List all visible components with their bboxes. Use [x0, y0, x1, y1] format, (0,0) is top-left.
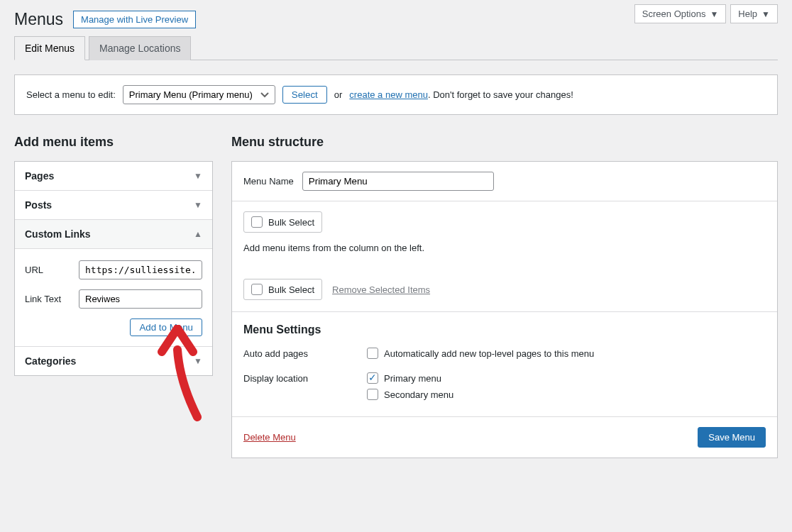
page-title: Menus — [14, 10, 63, 29]
delete-menu-link[interactable]: Delete Menu — [243, 432, 296, 443]
accordion-categories[interactable]: Categories ▼ — [15, 347, 212, 375]
screen-options-button[interactable]: Screen Options ▼ — [634, 4, 727, 23]
bulk-select-checkbox-bottom[interactable] — [251, 284, 263, 295]
url-label: URL — [25, 265, 79, 275]
bulk-select-top[interactable]: Bulk Select — [243, 211, 322, 233]
bulk-select-label: Bulk Select — [268, 217, 314, 228]
bulk-bar-top: Bulk Select — [232, 201, 777, 238]
help-label: Help — [738, 9, 757, 19]
add-menu-items-heading: Add menu items — [14, 135, 213, 150]
accordion: Pages ▼ Posts ▼ Custom Links ▲ URL — [14, 161, 213, 376]
auto-add-check-label: Automatically add new top-level pages to… — [384, 348, 594, 359]
chevron-down-icon: ▼ — [710, 9, 718, 19]
menu-name-label: Menu Name — [243, 176, 294, 187]
link-text-input[interactable] — [79, 289, 202, 309]
select-button[interactable]: Select — [282, 86, 327, 104]
help-button[interactable]: Help ▼ — [730, 4, 778, 23]
panel-footer: Delete Menu Save Menu — [232, 416, 777, 458]
link-text-row: Link Text — [25, 289, 202, 309]
accordion-categories-label: Categories — [25, 355, 76, 367]
select-menu-label: Select a menu to edit: — [26, 89, 116, 100]
menu-structure-heading: Menu structure — [231, 135, 778, 150]
add-to-menu-button[interactable]: Add to Menu — [130, 318, 202, 336]
bulk-select-checkbox[interactable] — [251, 216, 263, 228]
add-menu-items-column: Add menu items Pages ▼ Posts ▼ Custom Li… — [14, 135, 213, 458]
menu-select[interactable]: Primary Menu (Primary menu) — [123, 85, 275, 104]
auto-add-row: Auto add pages Automatically add new top… — [232, 345, 777, 370]
save-menu-button[interactable]: Save Menu — [698, 427, 766, 448]
bulk-bar-bottom: Bulk Select Remove Selected Items — [232, 269, 777, 311]
instructions-text: Add menu items from the column on the le… — [232, 238, 777, 269]
chevron-down-icon: ▼ — [194, 200, 202, 210]
nav-tabs: Edit Menus Manage Locations — [14, 36, 778, 60]
custom-links-body: URL Link Text Add to Menu — [15, 248, 212, 346]
url-row: URL — [25, 260, 202, 279]
bulk-select-bottom[interactable]: Bulk Select — [243, 279, 322, 300]
menu-settings-heading: Menu Settings — [232, 312, 777, 345]
top-actions: Screen Options ▼ Help ▼ — [634, 4, 778, 23]
remove-selected-link: Remove Selected Items — [332, 284, 430, 295]
accordion-custom-links-label: Custom Links — [25, 228, 91, 240]
accordion-pages-label: Pages — [25, 170, 54, 182]
accordion-posts[interactable]: Posts ▼ — [15, 191, 212, 220]
secondary-menu-check-row[interactable]: Secondary menu — [367, 389, 766, 400]
menu-name-input[interactable] — [302, 172, 494, 191]
or-text: or — [334, 89, 343, 100]
menu-structure-column: Menu structure Menu Name Bulk Select Add… — [231, 135, 778, 458]
menu-name-row: Menu Name — [232, 162, 777, 201]
bulk-select-label-bottom: Bulk Select — [268, 284, 314, 295]
save-reminder: . Don't forget to save your changes! — [428, 89, 573, 100]
chevron-down-icon: ▼ — [194, 356, 202, 366]
auto-add-check-row[interactable]: Automatically add new top-level pages to… — [367, 348, 766, 359]
screen-options-label: Screen Options — [642, 9, 706, 19]
auto-add-label: Auto add pages — [243, 348, 367, 364]
secondary-menu-label: Secondary menu — [384, 389, 453, 400]
create-new-menu-link[interactable]: create a new menu — [349, 89, 428, 100]
chevron-up-icon: ▲ — [194, 229, 202, 239]
chevron-down-icon: ▼ — [194, 171, 202, 181]
url-input[interactable] — [79, 260, 202, 279]
tab-manage-locations[interactable]: Manage Locations — [89, 36, 191, 60]
accordion-pages[interactable]: Pages ▼ — [15, 162, 212, 191]
menu-edit-panel: Menu Name Bulk Select Add menu items fro… — [231, 161, 778, 458]
tab-edit-menus[interactable]: Edit Menus — [14, 36, 85, 60]
secondary-menu-checkbox[interactable] — [367, 389, 378, 400]
accordion-custom-links-header[interactable]: Custom Links ▲ — [15, 220, 212, 248]
display-location-label: Display location — [243, 372, 367, 405]
display-location-row: Display location Primary menu Secondary … — [232, 370, 777, 416]
primary-menu-check-row[interactable]: Primary menu — [367, 372, 766, 384]
primary-menu-checkbox[interactable] — [367, 372, 378, 384]
auto-add-checkbox[interactable] — [367, 348, 378, 359]
accordion-posts-label: Posts — [25, 199, 52, 211]
chevron-down-icon: ▼ — [761, 9, 770, 19]
primary-menu-label: Primary menu — [384, 373, 441, 384]
menu-select-bar: Select a menu to edit: Primary Menu (Pri… — [14, 74, 778, 115]
accordion-custom-links: Custom Links ▲ URL Link Text Add to Menu — [15, 220, 212, 347]
link-text-label: Link Text — [25, 294, 79, 304]
live-preview-button[interactable]: Manage with Live Preview — [73, 11, 196, 28]
